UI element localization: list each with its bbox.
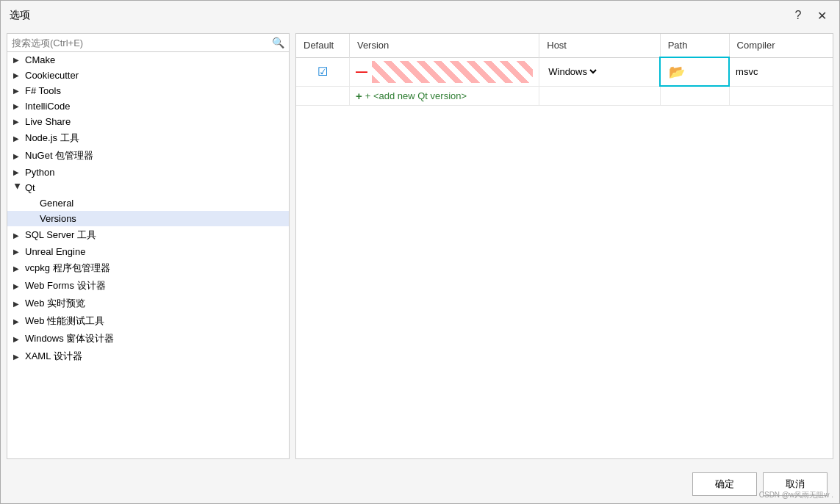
tree-arrow: ▶ xyxy=(13,335,22,343)
tree-item-web-perf[interactable]: ▶Web 性能测试工具 xyxy=(7,312,289,330)
ok-button[interactable]: 确定 xyxy=(692,472,757,496)
tree-item-web-realtime[interactable]: ▶Web 实时预览 xyxy=(7,295,289,312)
tree-container[interactable]: ▶CMake▶Cookiecutter▶F# Tools▶IntelliCode… xyxy=(7,52,289,458)
dialog-title: 选项 xyxy=(10,9,30,22)
folder-icon-btn[interactable]: 📂 xyxy=(667,62,687,82)
tree-label: Windows 窗体设计器 xyxy=(25,332,114,345)
tree-label: Python xyxy=(25,167,54,178)
tree-label: Unreal Engine xyxy=(25,246,85,257)
tree-item-cmake[interactable]: ▶CMake xyxy=(7,52,289,68)
tree-arrow: ▶ xyxy=(13,317,22,325)
tree-item-vcpkg[interactable]: ▶vcpkg 程序包管理器 xyxy=(7,259,289,277)
tree-item-qt[interactable]: ▶Qt xyxy=(7,180,289,195)
tree-label: Node.js 工具 xyxy=(25,132,79,145)
bottom-bar: 确定 取消 xyxy=(1,465,839,503)
help-button[interactable]: ? xyxy=(789,7,807,24)
title-bar: 选项 ? ✕ xyxy=(1,1,839,27)
add-label-cell[interactable]: + + <add new Qt version> xyxy=(349,86,539,105)
add-compiler-cell xyxy=(729,86,833,105)
tree-arrow: ▶ xyxy=(13,118,22,126)
add-icon: + xyxy=(356,90,362,102)
tree-arrow: ▶ xyxy=(13,134,22,143)
tree-label: Qt xyxy=(25,182,35,193)
compiler-cell: msvc xyxy=(729,57,833,86)
tree-label: Web 实时预览 xyxy=(25,297,85,310)
add-path-cell xyxy=(660,86,729,105)
folder-open-icon: 📂 xyxy=(669,64,685,80)
col-path: Path xyxy=(660,34,729,57)
tree-arrow: ▶ xyxy=(13,87,22,95)
tree-arrow: ▶ xyxy=(13,231,22,240)
tree-label: NuGet 包管理器 xyxy=(25,149,93,162)
left-panel: 🔍 ▶CMake▶Cookiecutter▶F# Tools▶IntelliCo… xyxy=(7,33,290,459)
tree-item-nuget[interactable]: ▶NuGet 包管理器 xyxy=(7,147,289,165)
title-bar-buttons: ? ✕ xyxy=(789,7,830,24)
tree-arrow: ▶ xyxy=(13,282,22,290)
host-cell: Windows Linux macOS xyxy=(539,57,660,86)
table-row: ☑ — Windows xyxy=(296,57,833,86)
tree-arrow: ▶ xyxy=(13,152,22,160)
col-version: Version xyxy=(349,34,539,57)
tree-label: IntelliCode xyxy=(25,101,70,112)
version-bar xyxy=(372,61,533,83)
tree-arrow: ▶ xyxy=(13,56,22,64)
add-label[interactable]: + + <add new Qt version> xyxy=(356,90,533,102)
default-checkbox-cell[interactable]: ☑ xyxy=(296,57,349,86)
content-area: 🔍 ▶CMake▶Cookiecutter▶F# Tools▶IntelliCo… xyxy=(1,27,839,465)
tree-arrow: ▶ xyxy=(13,264,22,273)
tree-label: vcpkg 程序包管理器 xyxy=(25,262,110,275)
tree-item-windows-forms[interactable]: ▶Windows 窗体设计器 xyxy=(7,330,289,348)
tree-label: Web Forms 设计器 xyxy=(25,279,106,292)
tree-item-web-forms[interactable]: ▶Web Forms 设计器 xyxy=(7,277,289,295)
tree-item-cookiecutter[interactable]: ▶Cookiecutter xyxy=(7,68,289,83)
compiler-value: msvc xyxy=(736,66,758,77)
tree-arrow: ▶ xyxy=(13,168,22,176)
qt-versions-table: Default Version Host Path Compiler ☑ xyxy=(296,34,833,106)
tree-item-qt-general[interactable]: ▶General xyxy=(7,195,289,211)
col-host: Host xyxy=(539,34,660,57)
table-header-row: Default Version Host Path Compiler xyxy=(296,34,833,57)
tree-item-unreal-engine[interactable]: ▶Unreal Engine xyxy=(7,244,289,259)
add-default-cell xyxy=(296,86,349,105)
right-panel: Default Version Host Path Compiler ☑ xyxy=(295,33,833,459)
add-host-cell xyxy=(539,86,660,105)
tree-arrow: ▶ xyxy=(13,71,22,79)
watermark: CSDN @w风雨无阻w . xyxy=(759,490,833,500)
tree-arrow: ▶ xyxy=(13,248,22,256)
version-cell: — xyxy=(349,57,539,86)
tree-label: Web 性能测试工具 xyxy=(25,314,104,328)
tree-item-fsharp-tools[interactable]: ▶F# Tools xyxy=(7,83,289,98)
tree-item-live-share[interactable]: ▶Live Share xyxy=(7,114,289,129)
tree-label: Versions xyxy=(40,213,76,224)
col-default: Default xyxy=(296,34,349,57)
tree-item-python[interactable]: ▶Python xyxy=(7,165,289,180)
col-compiler: Compiler xyxy=(729,34,833,57)
search-icon: 🔍 xyxy=(272,37,284,48)
add-version-row[interactable]: + + <add new Qt version> xyxy=(296,86,833,105)
checkbox-icon[interactable]: ☑ xyxy=(317,65,328,78)
tree-item-qt-versions[interactable]: ▶Versions xyxy=(7,211,289,226)
tree-item-nodejs[interactable]: ▶Node.js 工具 xyxy=(7,129,289,147)
close-button[interactable]: ✕ xyxy=(813,7,830,24)
tree-label: XAML 设计器 xyxy=(25,350,82,363)
table-container: Default Version Host Path Compiler ☑ xyxy=(296,34,833,458)
tree-item-xaml[interactable]: ▶XAML 设计器 xyxy=(7,348,289,365)
tree-label: F# Tools xyxy=(25,85,61,96)
path-cell[interactable]: 📂 xyxy=(660,57,729,86)
add-text[interactable]: + <add new Qt version> xyxy=(365,90,467,101)
tree-arrow: ▶ xyxy=(13,353,22,361)
tree-label: Live Share xyxy=(25,116,71,127)
tree-arrow: ▶ xyxy=(14,184,22,192)
tree-label: SQL Server 工具 xyxy=(25,228,96,242)
search-input[interactable] xyxy=(12,37,272,48)
options-dialog: 选项 ? ✕ 🔍 ▶CMake▶Cookiecutter▶F# Tools▶In… xyxy=(0,0,840,504)
tree-label: Cookiecutter xyxy=(25,70,79,81)
tree-label: General xyxy=(40,198,73,209)
remove-icon[interactable]: — xyxy=(356,65,367,79)
host-select[interactable]: Windows Linux macOS xyxy=(545,65,599,78)
tree-arrow: ▶ xyxy=(13,300,22,308)
tree-item-sql-server[interactable]: ▶SQL Server 工具 xyxy=(7,226,289,244)
tree-item-intellicode[interactable]: ▶IntelliCode xyxy=(7,98,289,114)
search-box: 🔍 xyxy=(7,34,289,52)
tree-arrow: ▶ xyxy=(13,102,22,110)
